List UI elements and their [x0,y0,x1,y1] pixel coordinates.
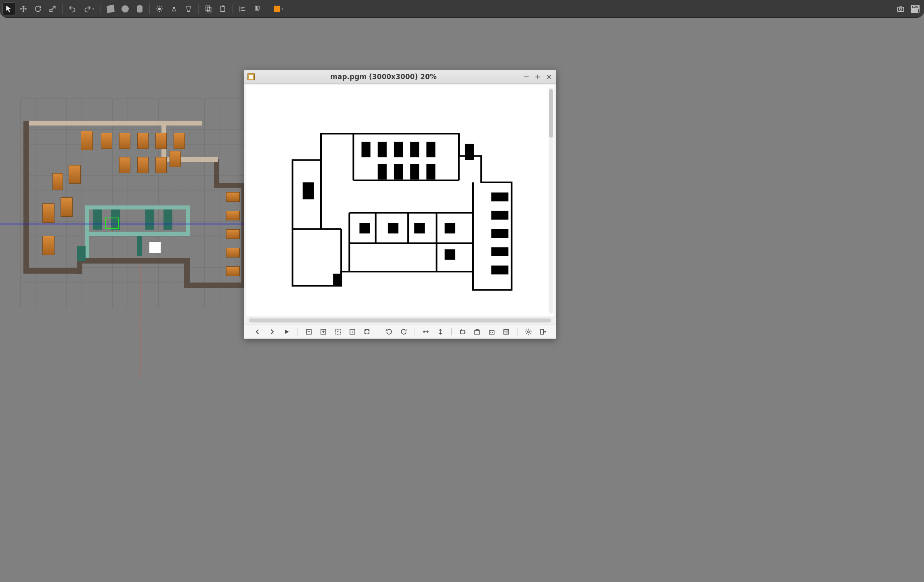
gazebo-viewport[interactable]: map.pgm (3000x3000) 20% − + × [0,18,924,582]
crop-button[interactable] [458,327,467,336]
wall [28,121,202,126]
selection-marker [105,218,119,229]
svg-rect-13 [222,5,224,6]
box-icon [107,4,115,13]
svg-rect-63 [489,331,494,334]
insert-spot-light-button[interactable] [182,2,195,15]
zoom-out-icon [305,328,312,335]
insert-sun-light-button[interactable] [153,2,166,15]
scale-tool[interactable] [46,2,59,15]
flip-horizontal-button[interactable] [421,327,430,336]
view-angle-button[interactable]: ▾ [270,2,287,15]
paste-icon [219,5,227,13]
zoom-out-button[interactable] [304,327,313,336]
svg-rect-37 [426,164,435,180]
rotate-tool[interactable] [31,2,44,15]
svg-point-9 [173,7,175,9]
screenshot-button[interactable] [894,2,907,15]
close-button[interactable]: × [545,73,553,80]
snap-button[interactable] [251,2,264,15]
paste-button[interactable] [216,2,229,15]
svg-rect-44 [445,249,455,260]
copy-icon [204,5,212,13]
wall [77,258,190,264]
chevron-right-icon [268,328,276,335]
cursor-icon [5,5,13,13]
svg-rect-11 [207,7,211,12]
window-title: map.pgm (3000x3000) 20% [247,73,520,81]
svg-rect-10 [206,6,210,10]
svg-rect-38 [465,144,474,160]
svg-rect-41 [388,223,398,233]
date-button[interactable] [502,327,511,336]
zoom-100-button[interactable]: 1 [348,327,357,336]
flip-vertical-button[interactable] [436,327,445,336]
exit-button[interactable] [538,327,547,336]
svg-line-7 [157,10,158,11]
svg-rect-46 [491,193,508,201]
svg-rect-43 [445,223,455,233]
wall [77,246,86,261]
undo-icon [68,5,76,13]
translate-tool[interactable] [17,2,30,15]
furniture [119,133,130,149]
svg-rect-62 [475,331,480,334]
minimize-button[interactable]: − [523,73,530,80]
insert-point-light-button[interactable] [168,2,180,15]
orange-box-icon [274,6,280,12]
image-canvas[interactable] [246,85,554,316]
toolbar-separator [298,328,298,335]
toolbar-separator [198,4,199,14]
color-button[interactable] [487,327,496,336]
next-button[interactable] [268,327,277,336]
window-titlebar[interactable]: map.pgm (3000x3000) 20% − + × [244,70,556,84]
svg-point-75 [527,331,529,333]
furniture [52,173,63,190]
maximize-button[interactable]: + [534,73,541,80]
resize-icon [474,328,481,335]
furniture [119,157,130,173]
svg-rect-35 [394,164,403,180]
svg-point-0 [158,7,161,10]
resize-button[interactable] [473,327,482,336]
horizontal-scrollbar[interactable] [247,318,553,323]
svg-point-64 [490,332,491,333]
settings-button[interactable] [524,327,533,336]
robot-model [149,242,161,253]
zoom-fit-button[interactable] [333,327,342,336]
zoom-in-button[interactable] [319,327,328,336]
wall [23,268,82,274]
svg-rect-71 [506,332,507,333]
image-viewer-body [246,85,554,316]
axis-guide [140,264,141,377]
copy-button[interactable] [202,2,215,15]
insert-box-button[interactable] [104,2,117,15]
select-tool[interactable] [2,2,15,15]
play-button[interactable] [282,327,291,336]
zoom-fill-button[interactable] [362,327,371,336]
rotate-cw-button[interactable] [399,327,408,336]
furniture [137,133,149,149]
align-icon [239,5,247,13]
vertical-scrollbar[interactable] [549,88,553,314]
toolbar-separator [451,328,452,335]
align-button[interactable] [236,2,249,15]
wall [93,209,102,230]
prev-button[interactable] [253,327,262,336]
svg-rect-50 [491,266,508,274]
wall [214,183,247,188]
chevron-left-icon [254,328,261,335]
svg-rect-76 [541,329,544,334]
svg-rect-47 [491,211,508,220]
log-button[interactable]: LOG↓ [909,2,922,15]
spot-light-icon [184,5,193,13]
redo-button[interactable]: ▾ [80,2,97,15]
toolbar-separator [101,4,101,14]
rotate-ccw-button[interactable] [385,327,394,336]
flip-h-icon [422,328,430,335]
insert-cylinder-button[interactable] [133,2,146,15]
undo-button[interactable] [66,2,79,15]
insert-sphere-button[interactable] [119,2,132,15]
svg-text:1: 1 [351,331,353,334]
svg-rect-33 [426,142,435,157]
